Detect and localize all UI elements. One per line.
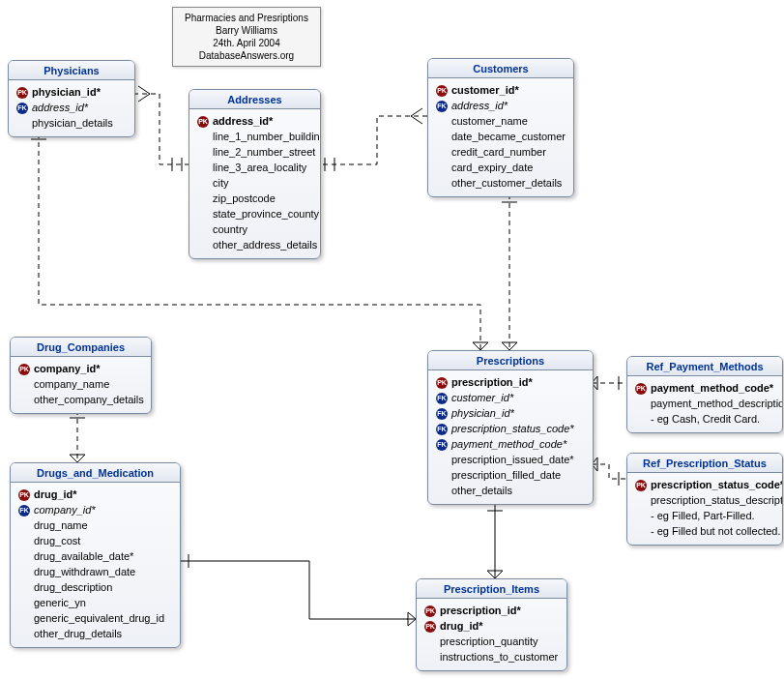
- attribute-name: other_details: [450, 483, 512, 498]
- attribute-name: zip_postcode: [211, 191, 276, 206]
- attribute-name: prescription_status_description: [649, 492, 783, 508]
- attribute-row: prescription_quantity: [422, 634, 561, 649]
- attribute-row: city: [195, 175, 314, 191]
- note-line: DatabaseAnswers.org: [179, 49, 314, 62]
- entity-prescriptions: PrescriptionsPKprescription_id*FKcustome…: [427, 350, 594, 505]
- entity-title: Prescriptions: [428, 351, 593, 370]
- attribute-row: generic_yn: [16, 595, 174, 610]
- attribute-row: PKcompany_id*: [16, 361, 145, 376]
- attribute-row: FKphysician_id*: [434, 405, 587, 421]
- entity-body: PKpayment_method_code*payment_method_des…: [627, 376, 782, 432]
- attribute-row: PKprescription_status_code*: [633, 477, 776, 492]
- attribute-row: PKphysician_id*: [15, 84, 129, 100]
- attribute-name: company_id*: [32, 361, 100, 376]
- attribute-row: drug_name: [16, 517, 174, 533]
- svg-line-0: [138, 86, 150, 94]
- entity-body: PKprescription_status_code*prescription_…: [627, 473, 782, 545]
- attribute-name: drug_cost: [32, 533, 80, 548]
- entity-title: Ref_Payment_Methods: [627, 357, 782, 376]
- svg-line-38: [408, 619, 416, 626]
- attribute-row: state_province_county: [195, 206, 314, 221]
- entity-body: PKcompany_id*company_nameother_company_d…: [11, 357, 151, 413]
- svg-line-10: [502, 342, 509, 350]
- attribute-row: company_name: [16, 376, 145, 392]
- attribute-name: other_drug_details: [32, 626, 122, 641]
- note-line: Barry Williams: [179, 24, 314, 37]
- svg-line-15: [480, 342, 488, 350]
- attribute-name: prescription_issued_date*: [450, 452, 574, 467]
- svg-line-1: [138, 94, 150, 102]
- attribute-name: customer_id*: [450, 390, 513, 405]
- attribute-row: physician_details: [15, 115, 129, 131]
- entity-title: Addresses: [189, 90, 320, 109]
- svg-line-11: [509, 342, 517, 350]
- fk-icon: FK: [16, 502, 32, 517]
- svg-line-28: [487, 571, 495, 578]
- attribute-name: address_id*: [450, 98, 508, 113]
- attribute-name: other_customer_details: [450, 175, 562, 191]
- attribute-row: PKdrug_id*: [16, 487, 174, 502]
- entity-body: PKdrug_id*FKcompany_id*drug_namedrug_cos…: [11, 483, 180, 647]
- attribute-row: zip_postcode: [195, 191, 314, 206]
- entity-title: Drugs_and_Medication: [11, 463, 180, 483]
- pk-icon: PK: [16, 487, 32, 502]
- fk-icon: FK: [434, 98, 450, 113]
- svg-line-14: [473, 342, 480, 350]
- note-line: 24th. April 2004: [179, 37, 314, 49]
- svg-line-5: [411, 116, 422, 124]
- attribute-row: PKprescription_id*: [422, 603, 561, 618]
- attribute-row: FKprescription_status_code*: [434, 421, 587, 436]
- pk-icon: PK: [434, 374, 450, 390]
- attribute-row: drug_description: [16, 579, 174, 595]
- pk-icon: PK: [633, 380, 649, 396]
- attribute-row: - eg Cash, Credit Card.: [633, 411, 776, 427]
- diagram-note: Pharmacies and Presriptions Barry Willia…: [172, 7, 321, 67]
- entity-title: Ref_Prescription_Status: [627, 454, 782, 473]
- entity-physicians: PhysiciansPKphysician_id*FKaddress_id*ph…: [8, 60, 135, 137]
- attribute-row: prescription_filled_date: [434, 467, 587, 483]
- attribute-name: drug_name: [32, 517, 88, 533]
- entity-body: PKprescription_id*PKdrug_id*prescription…: [417, 599, 566, 670]
- pk-icon: PK: [16, 361, 32, 376]
- attribute-name: payment_method_description: [649, 396, 783, 411]
- entity-title: Physicians: [9, 61, 134, 80]
- attribute-name: prescription_filled_date: [450, 467, 561, 483]
- svg-line-37: [408, 612, 416, 619]
- entity-drug-companies: Drug_CompaniesPKcompany_id*company_nameo…: [10, 337, 152, 414]
- entity-title: Prescription_Items: [417, 579, 566, 599]
- attribute-row: FKaddress_id*: [434, 98, 567, 113]
- fk-icon: FK: [434, 436, 450, 452]
- attribute-row: customer_name: [434, 113, 567, 129]
- attribute-name: - eg Filled, Part-Filled.: [649, 508, 755, 523]
- attribute-name: other_address_details: [211, 237, 317, 252]
- entity-title: Customers: [428, 59, 573, 78]
- entity-body: PKaddress_id*line_1_number_buildingline_…: [189, 109, 320, 258]
- svg-line-34: [77, 455, 85, 462]
- pk-icon: PK: [195, 113, 211, 129]
- attribute-name: drug_id*: [438, 618, 483, 634]
- attribute-row: prescription_issued_date*: [434, 452, 587, 467]
- attribute-row: PKaddress_id*: [195, 113, 314, 129]
- attribute-name: drug_description: [32, 579, 112, 595]
- attribute-name: line_2_number_street: [211, 144, 315, 160]
- attribute-name: physician_id*: [450, 405, 514, 421]
- attribute-row: other_drug_details: [16, 626, 174, 641]
- attribute-row: FKcustomer_id*: [434, 390, 587, 405]
- attribute-name: date_became_customer: [450, 129, 566, 144]
- attribute-row: card_expiry_date: [434, 160, 567, 175]
- attribute-name: prescription_quantity: [438, 634, 538, 649]
- attribute-name: company_name: [32, 376, 109, 392]
- attribute-row: FKaddress_id*: [15, 100, 129, 115]
- attribute-name: line_3_area_locality: [211, 160, 306, 175]
- attribute-row: date_became_customer: [434, 129, 567, 144]
- attribute-name: customer_id*: [450, 82, 519, 98]
- attribute-row: drug_withdrawn_date: [16, 564, 174, 579]
- svg-line-33: [70, 455, 77, 462]
- fk-icon: FK: [434, 390, 450, 405]
- attribute-row: other_address_details: [195, 237, 314, 252]
- attribute-row: other_company_details: [16, 392, 145, 407]
- attribute-name: physician_id*: [30, 84, 101, 100]
- attribute-row: instructions_to_customer: [422, 649, 561, 664]
- svg-line-4: [411, 108, 422, 116]
- attribute-name: drug_withdrawn_date: [32, 564, 135, 579]
